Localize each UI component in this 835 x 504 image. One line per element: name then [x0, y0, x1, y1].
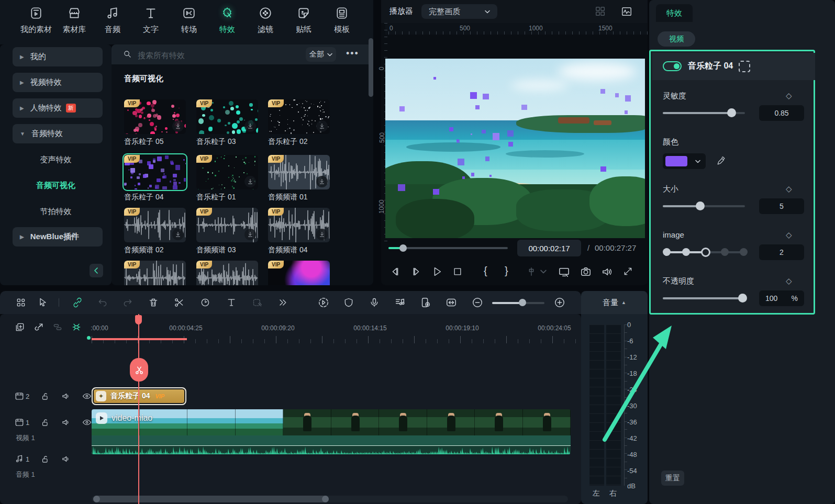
zoom-in-button[interactable]	[553, 296, 566, 309]
filter-dropdown[interactable]: 全部	[306, 47, 336, 62]
track-mute-button[interactable]	[61, 418, 71, 427]
sensitivity-handle[interactable]	[727, 108, 736, 117]
effect-thumbnail[interactable]: VIP	[196, 261, 258, 285]
nav-effects[interactable]: 特效	[208, 6, 246, 35]
audio-stretch-button[interactable]	[394, 296, 406, 309]
device-preview-button[interactable]	[419, 296, 432, 309]
track-lock-button[interactable]	[41, 418, 50, 427]
track-hide-button[interactable]	[82, 418, 92, 427]
effect-thumbnail[interactable]: VIP	[124, 208, 186, 242]
sidebar-subitem-beat[interactable]: 节拍特效	[0, 207, 112, 217]
playhead-handle[interactable]	[135, 315, 142, 324]
mark-out-button[interactable]: }	[505, 265, 508, 277]
effects-scrollbar[interactable]	[369, 38, 373, 97]
effect-thumbnail[interactable]: VIP	[196, 99, 258, 134]
timeline-zoom-handle[interactable]	[519, 299, 526, 306]
effect-thumbnail[interactable]: VIP	[124, 99, 186, 134]
track-lock-button[interactable]	[41, 455, 50, 464]
fit-timeline-button[interactable]	[445, 296, 458, 309]
video-clip[interactable]	[92, 409, 571, 435]
record-voiceover-button[interactable]	[368, 296, 381, 309]
sensitivity-value[interactable]: 0.85	[759, 105, 804, 121]
nav-audio[interactable]: 音频	[94, 6, 131, 35]
effect-thumbnail[interactable]: VIP	[196, 155, 258, 189]
search-input[interactable]	[137, 48, 296, 62]
keyframe-diamond-icon[interactable]: ◇	[786, 184, 792, 194]
more-tools-button[interactable]	[276, 296, 289, 309]
sidebar-item-person-effects[interactable]: ▶ 人物特效 新	[13, 98, 103, 118]
mark-in-button[interactable]: {	[484, 265, 487, 277]
sidebar-item-audio-effects[interactable]: ▼ 音频特效	[13, 124, 103, 143]
shield-button[interactable]	[342, 296, 355, 309]
layout-grid-icon[interactable]	[595, 6, 606, 17]
download-icon[interactable]	[172, 120, 184, 132]
marker-button[interactable]	[526, 266, 537, 277]
download-icon[interactable]	[316, 176, 328, 187]
playhead-split-button[interactable]	[130, 358, 148, 382]
add-track-button[interactable]	[15, 322, 25, 332]
nav-text[interactable]: 文字	[132, 6, 170, 35]
effect-thumbnail[interactable]: VIP	[268, 155, 330, 189]
current-timecode[interactable]: 00:00:02:17	[517, 240, 581, 256]
download-icon[interactable]	[244, 120, 256, 132]
effect-thumbnail[interactable]: VIP	[124, 261, 186, 285]
sidebar-subitem-voice[interactable]: 变声特效	[0, 155, 112, 165]
keyframe-diamond-icon[interactable]: ◇	[786, 91, 792, 100]
video-preview[interactable]	[385, 59, 645, 238]
effect-enable-toggle[interactable]	[663, 61, 682, 71]
media-grid-button[interactable]	[15, 296, 27, 309]
previous-frame-button[interactable]	[389, 266, 401, 277]
scrollbar-thumb[interactable]	[93, 496, 329, 502]
keyframe-diamond-icon[interactable]: ◇	[786, 230, 792, 240]
opacity-value[interactable]: 100 %	[759, 290, 804, 306]
inspector-tab-effects[interactable]: 特效	[656, 4, 693, 22]
zoom-out-button[interactable]	[471, 296, 484, 309]
sidebar-collapse-button[interactable]	[90, 264, 103, 277]
redo-button[interactable]	[121, 296, 134, 309]
download-icon[interactable]	[316, 229, 328, 240]
seek-handle[interactable]	[399, 244, 407, 252]
play-button[interactable]	[431, 266, 443, 277]
scrollbar-handle-right[interactable]	[322, 496, 329, 502]
sidebar-item-newblue[interactable]: ▶ NewBlue插件	[13, 227, 103, 247]
track-mute-button[interactable]	[61, 391, 71, 401]
image-step-handle[interactable]	[701, 248, 710, 257]
mask-tool-button[interactable]	[251, 296, 264, 309]
display-device-button[interactable]	[558, 266, 570, 278]
download-icon[interactable]	[244, 229, 256, 240]
fullscreen-button[interactable]	[622, 266, 633, 277]
scrollbar-handle-left[interactable]	[93, 496, 100, 502]
text-tool-button[interactable]	[225, 296, 238, 309]
marker-dropdown-chevron[interactable]	[540, 270, 547, 274]
download-icon[interactable]	[244, 176, 256, 187]
track-hide-button[interactable]	[82, 391, 92, 401]
reset-button[interactable]: 重置	[661, 471, 684, 486]
quality-dropdown[interactable]: 完整画质	[421, 4, 497, 19]
speed-button[interactable]	[199, 296, 211, 309]
color-dropdown[interactable]	[663, 153, 706, 169]
download-icon[interactable]	[316, 120, 328, 132]
volume-header[interactable]: 音量 ▲	[581, 291, 648, 314]
snap-toggle-button[interactable]	[52, 322, 63, 332]
region-select-icon[interactable]	[739, 61, 750, 72]
nav-templates[interactable]: 模板	[323, 6, 361, 35]
download-icon[interactable]	[172, 229, 184, 240]
sidebar-item-video-effects[interactable]: ▶ 视频特效	[13, 73, 103, 92]
delete-button[interactable]	[147, 296, 160, 309]
playhead-line[interactable]	[138, 314, 139, 504]
image-value[interactable]: 2	[759, 244, 804, 260]
effect-thumbnail-selected[interactable]: VIP	[124, 155, 186, 189]
track-mute-button[interactable]	[61, 454, 71, 464]
more-options-button[interactable]: •••	[346, 48, 359, 59]
nav-transitions[interactable]: 转场	[170, 6, 208, 35]
attach-clip-button[interactable]	[34, 322, 44, 332]
timeline-h-scrollbar[interactable]	[92, 496, 568, 502]
size-value[interactable]: 5	[759, 198, 804, 214]
link-clips-button[interactable]	[71, 296, 84, 309]
keyframe-diamond-icon[interactable]: ◇	[786, 276, 792, 286]
volume-button[interactable]	[601, 266, 613, 278]
nav-my-media[interactable]: 我的素材	[17, 6, 55, 35]
nav-stock-media[interactable]: 素材库	[55, 6, 93, 35]
render-preview-button[interactable]	[317, 296, 330, 309]
scopes-icon[interactable]	[621, 6, 632, 17]
